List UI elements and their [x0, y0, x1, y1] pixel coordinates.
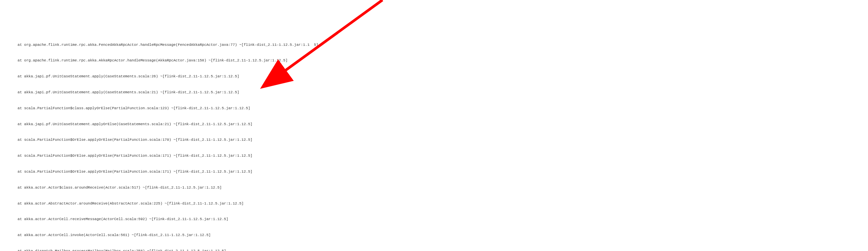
stack-line: at org.apache.flink.runtime.rpc.akka.Fen… [0, 42, 868, 48]
stack-line: at akka.actor.ActorCell.invoke(ActorCell… [0, 233, 868, 238]
stack-line: at akka.actor.ActorCell.receiveMessage(A… [0, 217, 868, 222]
stack-line: at scala.PartialFunction$OrElse.applyOrE… [0, 138, 868, 143]
stack-line: at scala.PartialFunction$OrElse.applyOrE… [0, 169, 868, 175]
stack-line: at scala.PartialFunction$class.applyOrEl… [0, 106, 868, 111]
stack-line: at akka.actor.AbstractActor.aroundReceiv… [0, 201, 868, 207]
stack-line: at akka.japi.pf.UnitCaseStatement.apply(… [0, 90, 868, 95]
stack-line: at akka.dispatch.Mailbox.processMailbox(… [0, 249, 868, 251]
stack-line: at akka.japi.pf.UnitCaseStatement.applyO… [0, 122, 868, 127]
stack-line: at akka.actor.Actor$class.aroundReceive(… [0, 185, 868, 190]
log-container: at org.apache.flink.runtime.rpc.akka.Fen… [0, 32, 868, 251]
stack-line: at akka.japi.pf.UnitCaseStatement.apply(… [0, 74, 868, 79]
stack-line: at scala.PartialFunction$OrElse.applyOrE… [0, 153, 868, 159]
stack-line: at org.apache.flink.runtime.rpc.akka.Akk… [0, 58, 868, 63]
